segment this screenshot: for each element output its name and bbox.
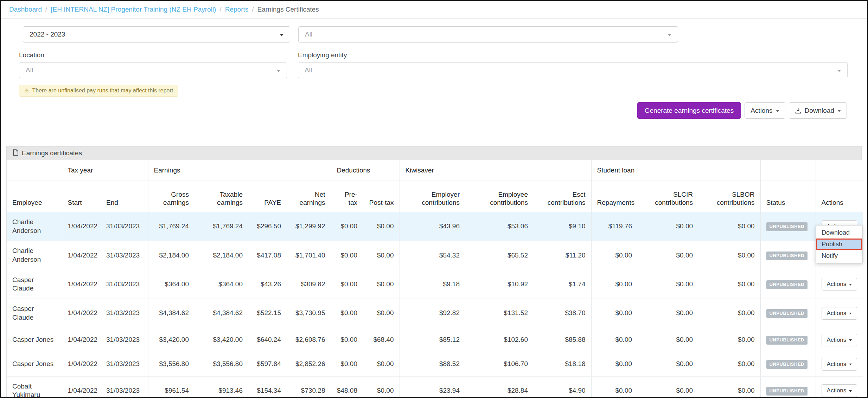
- employing-entity-label: Employing entity: [298, 52, 347, 59]
- chevron-down-icon: [668, 34, 671, 36]
- kiwisaver-employee-cell: $106.70: [465, 352, 534, 376]
- table-row: Charlie Anderson 1/04/2022 31/03/2023 $2…: [7, 241, 863, 270]
- column-header-end: End: [101, 181, 148, 212]
- post-tax-cell: $0.00: [363, 299, 400, 328]
- generate-earnings-certificates-button[interactable]: Generate earnings certificates: [637, 102, 741, 119]
- table-row: Casper Jones 1/04/2022 31/03/2023 $3,420…: [7, 328, 863, 352]
- slbor-cell: $0.00: [698, 241, 760, 270]
- row-actions-label: Actions: [827, 387, 847, 394]
- slcir-cell: $0.00: [638, 299, 698, 328]
- gross-earnings-cell: $961.54: [148, 376, 194, 398]
- context-menu-item-notify[interactable]: Notify: [816, 250, 862, 262]
- column-header-actions: Actions: [816, 181, 863, 212]
- net-earnings-cell: $1,299.92: [287, 212, 331, 241]
- esct-cell: $18.18: [534, 352, 591, 376]
- toolbar-actions-button[interactable]: Actions: [745, 102, 785, 119]
- row-actions-button[interactable]: Actions: [822, 278, 857, 291]
- warning-icon: ⚠: [24, 87, 29, 94]
- row-actions-button[interactable]: Actions: [822, 334, 857, 346]
- start-date: 1/04/2022: [62, 376, 101, 398]
- slcir-cell: $0.00: [638, 328, 698, 352]
- chevron-down-icon: [837, 110, 841, 112]
- column-header-paye: PAYE: [248, 181, 287, 212]
- actions-cell: Actions: [816, 376, 863, 398]
- download-icon: [795, 107, 802, 114]
- column-header-slbor: SLBOR contributions: [698, 181, 760, 212]
- net-earnings-cell: $1,701.40: [287, 241, 331, 270]
- employing-entity-select[interactable]: All: [298, 62, 848, 78]
- group-header-empty: [760, 160, 816, 181]
- group-header-row: Tax year Earnings Deductions Kiwisaver S…: [7, 160, 863, 181]
- status-cell: UNPUBLISHED: [760, 241, 816, 270]
- pre-tax-cell: $0.00: [331, 241, 363, 270]
- group-header-kiwisaver: Kiwisaver: [400, 160, 591, 181]
- end-date: 31/03/2023: [101, 241, 148, 270]
- breadcrumb-item[interactable]: [EH INTERNAL NZ] Progenitor Training (NZ…: [51, 6, 216, 13]
- breadcrumb-item[interactable]: Reports: [225, 6, 249, 13]
- actions-cell: Actions: [816, 299, 863, 328]
- row-actions-button[interactable]: Actions: [822, 307, 857, 320]
- row-actions-label: Actions: [827, 281, 847, 288]
- breadcrumb-separator: /: [252, 6, 254, 13]
- breadcrumb-item[interactable]: Dashboard: [9, 6, 42, 13]
- chevron-down-icon: [849, 339, 852, 341]
- column-header-esct: Esct contributions: [534, 181, 591, 212]
- end-date: 31/03/2023: [101, 270, 148, 299]
- row-actions-button[interactable]: Actions: [822, 384, 857, 397]
- taxable-earnings-cell: $913.46: [194, 376, 248, 398]
- start-date: 1/04/2022: [62, 212, 101, 241]
- column-header-ks-employee: Employee contributions: [465, 181, 534, 212]
- esct-cell: $1.74: [534, 270, 591, 299]
- esct-cell: $11.20: [534, 241, 591, 270]
- kiwisaver-employer-cell: $23.94: [400, 376, 465, 398]
- slcir-cell: $0.00: [638, 241, 698, 270]
- end-date: 31/03/2023: [101, 328, 148, 352]
- filter-labels: Location Employing entity: [19, 52, 848, 59]
- kiwisaver-employer-cell: $85.12: [400, 328, 465, 352]
- context-menu-item-download[interactable]: Download: [816, 227, 862, 239]
- table-row: Charlie Anderson 1/04/2022 31/03/2023 $1…: [7, 212, 863, 241]
- slcir-cell: $0.00: [638, 270, 698, 299]
- gross-earnings-cell: $4,384.62: [148, 299, 194, 328]
- post-tax-cell: $0.00: [363, 352, 400, 376]
- row-actions-label: Actions: [827, 310, 847, 317]
- section-header: Earnings certificates: [6, 146, 862, 160]
- kiwisaver-employee-cell: $65.52: [465, 241, 534, 270]
- column-header-pre-tax: Pre-tax: [331, 181, 363, 212]
- employee-filter-select[interactable]: All: [298, 26, 678, 43]
- breadcrumb: Dashboard/[EH INTERNAL NZ] Progenitor Tr…: [1, 1, 867, 19]
- row-actions-button[interactable]: Actions: [822, 358, 857, 371]
- paye-cell: $154.34: [248, 376, 287, 398]
- slbor-cell: $0.00: [698, 270, 760, 299]
- repayments-cell: $0.00: [591, 241, 638, 270]
- earnings-certificates-section: Earnings certificates Tax year Earnings …: [6, 146, 862, 398]
- pre-tax-cell: $0.00: [331, 299, 363, 328]
- kiwisaver-employee-cell: $102.60: [465, 328, 534, 352]
- taxable-earnings-cell: $3,420.00: [194, 328, 248, 352]
- status-cell: UNPUBLISHED: [760, 328, 816, 352]
- status-badge: UNPUBLISHED: [766, 309, 808, 318]
- column-header-taxable: Taxable earnings: [194, 181, 248, 212]
- repayments-cell: $0.00: [591, 270, 638, 299]
- status-badge: UNPUBLISHED: [766, 280, 808, 289]
- employee-name: Casper Claude: [7, 270, 62, 299]
- taxable-earnings-cell: $4,384.62: [194, 299, 248, 328]
- download-button[interactable]: Download: [789, 102, 847, 119]
- file-icon: [13, 149, 18, 157]
- tax-year-value: 2022 - 2023: [30, 31, 65, 38]
- paye-cell: $43.26: [248, 270, 287, 299]
- context-menu-item-publish[interactable]: Publish: [816, 239, 862, 250]
- esct-cell: $9.10: [534, 212, 591, 241]
- table-row: Cobalt Yukimaru 1/04/2022 31/03/2023 $96…: [7, 376, 863, 398]
- taxable-earnings-cell: $2,184.00: [194, 241, 248, 270]
- start-date: 1/04/2022: [62, 352, 101, 376]
- status-badge: UNPUBLISHED: [766, 336, 808, 345]
- employee-name: Casper Jones: [7, 352, 62, 376]
- employee-name: Charlie Anderson: [7, 241, 62, 270]
- paye-cell: $417.08: [248, 241, 287, 270]
- chevron-down-icon: [280, 34, 283, 36]
- group-header-earnings: Earnings: [148, 160, 331, 181]
- location-select[interactable]: All: [19, 62, 287, 78]
- tax-year-select[interactable]: 2022 - 2023: [23, 26, 290, 43]
- post-tax-cell: $0.00: [363, 270, 400, 299]
